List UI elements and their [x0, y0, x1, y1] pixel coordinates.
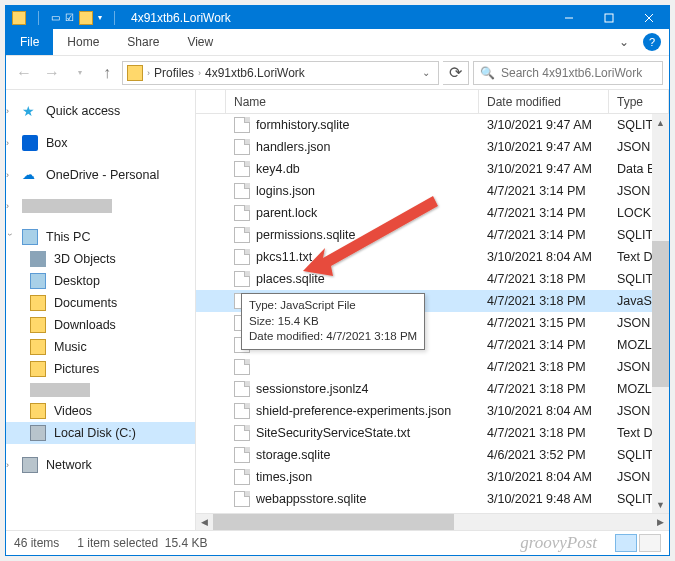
- scroll-up-icon[interactable]: ▲: [652, 114, 669, 131]
- tab-home[interactable]: Home: [53, 29, 113, 55]
- breadcrumb-item[interactable]: Profiles: [154, 66, 194, 80]
- nav-toolbar: ← → ▾ ↑ › Profiles › 4x91xtb6.LoriWork ⌄…: [6, 56, 669, 90]
- qat-new-folder-icon[interactable]: [79, 11, 93, 25]
- thumbnails-view-button[interactable]: [639, 534, 661, 552]
- file-row[interactable]: shield-preference-experiments.json3/10/2…: [196, 400, 669, 422]
- titlebar[interactable]: ▭ ☑ ▾ 4x91xtb6.LoriWork: [6, 6, 669, 29]
- sidebar-item-downloads[interactable]: Downloads: [6, 314, 195, 336]
- file-date: 4/7/2021 3:14 PM: [479, 338, 609, 352]
- back-button[interactable]: ←: [12, 61, 36, 85]
- scroll-down-icon[interactable]: ▼: [652, 496, 669, 513]
- file-row[interactable]: formhistory.sqlite3/10/2021 9:47 AMSQLIT…: [196, 114, 669, 136]
- recent-dropdown-icon[interactable]: ▾: [68, 61, 92, 85]
- chevron-right-icon[interactable]: ›: [198, 68, 201, 78]
- file-name: pkcs11.txt: [256, 250, 312, 264]
- chevron-right-icon[interactable]: ›: [147, 68, 150, 78]
- file-date: 3/10/2021 9:47 AM: [479, 140, 609, 154]
- sidebar-item-network[interactable]: ›Network: [6, 454, 195, 476]
- file-icon: [234, 425, 250, 441]
- help-icon[interactable]: ?: [643, 33, 661, 51]
- file-row[interactable]: parent.lock4/7/2021 3:14 PMLOCK F: [196, 202, 669, 224]
- forward-button[interactable]: →: [40, 61, 64, 85]
- file-row[interactable]: places.sqlite4/7/2021 3:18 PMSQLITE: [196, 268, 669, 290]
- scroll-left-icon[interactable]: ◀: [196, 514, 213, 531]
- file-date: 4/7/2021 3:18 PM: [479, 426, 609, 440]
- expand-ribbon-icon[interactable]: ⌄: [611, 29, 637, 55]
- scrollbar-thumb[interactable]: [213, 514, 454, 531]
- file-row[interactable]: permissions.sqlite4/7/2021 3:14 PMSQLITE: [196, 224, 669, 246]
- sidebar-item-desktop[interactable]: Desktop: [6, 270, 195, 292]
- window-title: 4x91xtb6.LoriWork: [131, 11, 231, 25]
- minimize-button[interactable]: [549, 6, 589, 29]
- file-row[interactable]: SiteSecurityServiceState.txt4/7/2021 3:1…: [196, 422, 669, 444]
- file-name: places.sqlite: [256, 272, 325, 286]
- disk-icon: [30, 425, 46, 441]
- address-dropdown-icon[interactable]: ⌄: [418, 67, 434, 78]
- file-name: parent.lock: [256, 206, 317, 220]
- address-bar[interactable]: › Profiles › 4x91xtb6.LoriWork ⌄: [122, 61, 439, 85]
- file-date: 4/6/2021 3:52 PM: [479, 448, 609, 462]
- tab-view[interactable]: View: [173, 29, 227, 55]
- sidebar-item-redacted[interactable]: [6, 380, 195, 400]
- file-name: storage.sqlite: [256, 448, 330, 462]
- sidebar-item-this-pc[interactable]: ›This PC: [6, 226, 195, 248]
- sidebar-item-box[interactable]: ›Box: [6, 132, 195, 154]
- file-name: SiteSecurityServiceState.txt: [256, 426, 410, 440]
- sidebar-item-videos[interactable]: Videos: [6, 400, 195, 422]
- qat-checkbox-icon[interactable]: ☑: [65, 12, 74, 23]
- vertical-scrollbar[interactable]: ▲ ▼: [652, 114, 669, 513]
- file-row[interactable]: storage.sqlite4/6/2021 3:52 PMSQLITE: [196, 444, 669, 466]
- status-selection: 1 item selected 15.4 KB: [77, 536, 207, 550]
- file-row[interactable]: logins.json4/7/2021 3:14 PMJSON F: [196, 180, 669, 202]
- folder-icon: [30, 361, 46, 377]
- sidebar-item-music[interactable]: Music: [6, 336, 195, 358]
- sidebar-item-onedrive[interactable]: ›☁OneDrive - Personal: [6, 164, 195, 186]
- col-type[interactable]: Type: [609, 90, 669, 113]
- column-headers[interactable]: Name Date modified Type: [196, 90, 669, 114]
- status-bar: 46 items 1 item selected 15.4 KB groovyP…: [6, 531, 669, 555]
- file-row[interactable]: handlers.json3/10/2021 9:47 AMJSON F: [196, 136, 669, 158]
- file-row[interactable]: times.json3/10/2021 8:04 AMJSON F: [196, 466, 669, 488]
- tab-file[interactable]: File: [6, 29, 53, 55]
- file-date: 3/10/2021 9:48 AM: [479, 492, 609, 506]
- file-date: 4/7/2021 3:18 PM: [479, 382, 609, 396]
- maximize-button[interactable]: [589, 6, 629, 29]
- qat-dropdown-icon[interactable]: ▾: [98, 13, 102, 22]
- up-button[interactable]: ↑: [96, 61, 118, 85]
- file-icon: [234, 271, 250, 287]
- sidebar-item-quick-access[interactable]: ›★Quick access: [6, 100, 195, 122]
- sidebar-item-redacted[interactable]: ›: [6, 196, 195, 216]
- redacted-icon: [22, 199, 112, 213]
- redacted-icon: [30, 383, 90, 397]
- quick-access-toolbar[interactable]: ▭ ☑ ▾: [51, 11, 102, 25]
- col-name[interactable]: Name: [226, 90, 479, 113]
- onedrive-icon: ☁: [22, 167, 38, 183]
- scroll-right-icon[interactable]: ▶: [652, 514, 669, 531]
- tab-share[interactable]: Share: [113, 29, 173, 55]
- file-icon: [234, 117, 250, 133]
- file-icon: [234, 183, 250, 199]
- col-date[interactable]: Date modified: [479, 90, 609, 113]
- file-name: logins.json: [256, 184, 315, 198]
- refresh-button[interactable]: ⟳: [443, 61, 469, 85]
- navigation-pane[interactable]: ›★Quick access ›Box ›☁OneDrive - Persona…: [6, 90, 196, 530]
- sidebar-item-documents[interactable]: Documents: [6, 292, 195, 314]
- sidebar-item-3d-objects[interactable]: 3D Objects: [6, 248, 195, 270]
- sidebar-item-local-disk[interactable]: Local Disk (C:): [6, 422, 195, 444]
- file-icon: [234, 381, 250, 397]
- close-button[interactable]: [629, 6, 669, 29]
- details-view-button[interactable]: [615, 534, 637, 552]
- file-row[interactable]: pkcs11.txt3/10/2021 8:04 AMText Do: [196, 246, 669, 268]
- file-row[interactable]: sessionstore.jsonlz44/7/2021 3:18 PMMOZL…: [196, 378, 669, 400]
- search-input[interactable]: 🔍 Search 4x91xtb6.LoriWork: [473, 61, 663, 85]
- file-row[interactable]: 4/7/2021 3:18 PMJSON F: [196, 356, 669, 378]
- file-icon: [234, 205, 250, 221]
- qat-properties-icon[interactable]: ▭: [51, 12, 60, 23]
- file-row[interactable]: webappsstore.sqlite3/10/2021 9:48 AMSQLI…: [196, 488, 669, 510]
- file-row[interactable]: key4.db3/10/2021 9:47 AMData Ba: [196, 158, 669, 180]
- sidebar-item-pictures[interactable]: Pictures: [6, 358, 195, 380]
- breadcrumb-item[interactable]: 4x91xtb6.LoriWork: [205, 66, 305, 80]
- ribbon: File Home Share View ⌄ ?: [6, 29, 669, 56]
- horizontal-scrollbar[interactable]: ◀ ▶: [196, 513, 669, 530]
- scrollbar-thumb[interactable]: [652, 241, 669, 387]
